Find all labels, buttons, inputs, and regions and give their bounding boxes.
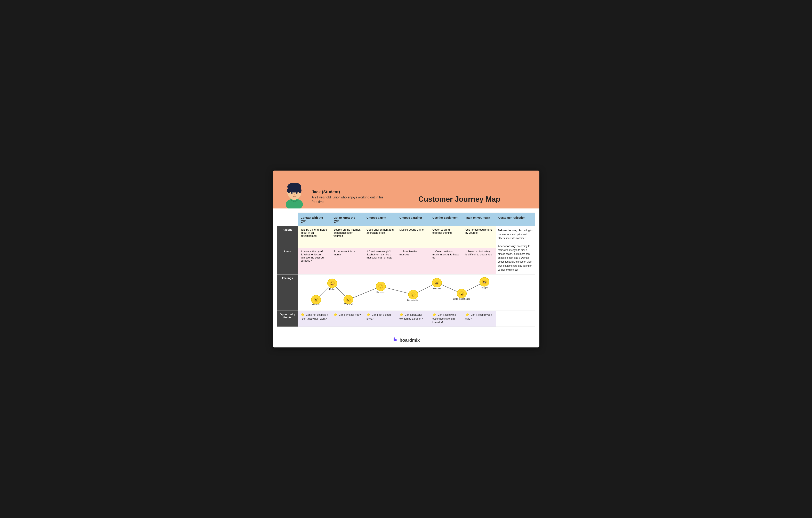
persona-desc: A 21 year old junior who enjoys working … bbox=[312, 195, 383, 204]
ideas-cell-5: 1. Coach with too much intensity to keep… bbox=[430, 248, 463, 274]
opps-cell-1: ⭐ Can I not get paid if I don't get what… bbox=[298, 310, 331, 327]
svg-point-8 bbox=[296, 192, 298, 194]
svg-text:Happy: Happy bbox=[481, 286, 488, 289]
opps-cell-4: ⭐ Can a beautiful woman be a trainer? bbox=[397, 310, 430, 327]
journey-table: Contact with the gym Get to know the gym… bbox=[277, 213, 535, 327]
svg-text:Worried: Worried bbox=[344, 303, 352, 305]
svg-text:😄: 😄 bbox=[434, 280, 439, 285]
opp-star-4: ⭐ bbox=[400, 313, 403, 316]
ideas-cell-3: 1.Can I lose weight?2.Whether I can be a… bbox=[364, 248, 397, 274]
header-stage-4: Choose a trainer bbox=[397, 213, 430, 226]
actions-cell-5: Coach to bring together training bbox=[430, 226, 463, 248]
reflection-cell: Before choosing: According to the enviro… bbox=[496, 226, 535, 274]
persona-info: Jack (Student) A 21 year old junior who … bbox=[312, 190, 383, 209]
canvas: Jack (Student) A 21 year old junior who … bbox=[273, 171, 540, 347]
header-stage-6: Train on your own bbox=[463, 213, 496, 226]
opp-text-6: Can it keep myself safe? bbox=[465, 313, 492, 320]
actions-cell-1: Told by a friend, heard about in an adve… bbox=[298, 226, 331, 248]
opportunities-row: Opportunity Points ⭐ Can I not get paid … bbox=[277, 310, 535, 327]
header-stage-2: Get to know the gym bbox=[331, 213, 364, 226]
svg-text:😀: 😀 bbox=[329, 281, 335, 286]
opp-star-5: ⭐ bbox=[432, 313, 436, 316]
svg-point-7 bbox=[291, 192, 293, 194]
opps-cell-3: ⭐ Can I get a good price? bbox=[364, 310, 397, 327]
map-title: Customer Journey Map bbox=[388, 195, 531, 209]
feelings-reflection-empty bbox=[496, 274, 535, 310]
actions-cell-3: Good environment and affordable price bbox=[364, 226, 397, 248]
svg-point-5 bbox=[287, 188, 290, 193]
svg-text:Dissatisfied: Dissatisfied bbox=[407, 299, 419, 302]
ideas-cell-2: Experience it for a month bbox=[331, 248, 364, 274]
svg-text:😮: 😮 bbox=[459, 291, 464, 296]
opp-text-2: Can I try it for free? bbox=[339, 313, 361, 316]
svg-text:Little dissatisfied: Little dissatisfied bbox=[453, 298, 470, 300]
avatar bbox=[281, 177, 308, 209]
svg-text:🙁: 🙁 bbox=[346, 297, 351, 302]
opps-reflection-empty bbox=[496, 310, 535, 327]
boardmix-logo-icon bbox=[392, 337, 398, 344]
feelings-chart-svg: 😟 Worried 😀 Relief 🙁 Worried bbox=[300, 276, 494, 309]
actions-cell-2: Search on the Internet, experience it fo… bbox=[331, 226, 364, 248]
header-row: Contact with the gym Get to know the gym… bbox=[277, 213, 535, 226]
svg-point-0 bbox=[286, 199, 303, 209]
svg-text:Relief: Relief bbox=[329, 288, 335, 291]
ideas-label: Ideas bbox=[277, 248, 298, 274]
opp-star-3: ⭐ bbox=[367, 313, 370, 316]
svg-text:Satisfied: Satisfied bbox=[432, 287, 441, 290]
opps-label: Opportunity Points bbox=[277, 310, 298, 327]
opp-star-1: ⭐ bbox=[301, 313, 304, 316]
header-stage-3: Choose a gym bbox=[364, 213, 397, 226]
actions-cell-4: Muscle-bound trainer bbox=[397, 226, 430, 248]
svg-point-10 bbox=[297, 192, 297, 193]
svg-text:😆: 😆 bbox=[482, 279, 487, 284]
svg-text:🙂: 🙂 bbox=[378, 284, 383, 289]
footer-brand: boardmix bbox=[400, 338, 420, 343]
svg-text:😕: 😕 bbox=[410, 292, 416, 297]
footer: boardmix bbox=[273, 333, 540, 347]
svg-text:😟: 😟 bbox=[313, 297, 319, 302]
main-content: Contact with the gym Get to know the gym… bbox=[273, 209, 540, 333]
header-stage-5: Use the Equipment bbox=[430, 213, 463, 226]
header-stage-1: Contact with the gym bbox=[298, 213, 331, 226]
svg-point-11 bbox=[294, 194, 295, 195]
actions-label: Actions bbox=[277, 226, 298, 248]
feelings-chart-cell: 😟 Worried 😀 Relief 🙁 Worried bbox=[298, 274, 496, 310]
svg-text:Relaxed: Relaxed bbox=[376, 291, 385, 293]
opps-cell-6: ⭐ Can it keep myself safe? bbox=[463, 310, 496, 327]
opp-star-6: ⭐ bbox=[465, 313, 469, 316]
header-section: Jack (Student) A 21 year old junior who … bbox=[273, 171, 540, 209]
header-stage-7: Customer reflection bbox=[496, 213, 535, 226]
svg-point-9 bbox=[292, 192, 292, 193]
opps-cell-2: ⭐ Can I try it for free? bbox=[331, 310, 364, 327]
actions-cell-6: Use fitness equipment by yourself bbox=[463, 226, 496, 248]
header-empty bbox=[277, 213, 298, 226]
feelings-label: Feelings bbox=[277, 274, 298, 310]
ideas-cell-4: 1. Exercise the muscles bbox=[397, 248, 430, 274]
ideas-cell-1: 1. How is the gym?2. Whether it can achi… bbox=[298, 248, 331, 274]
svg-point-6 bbox=[298, 188, 301, 193]
actions-row: Actions Told by a friend, heard about in… bbox=[277, 226, 535, 248]
svg-text:Worried: Worried bbox=[312, 303, 320, 305]
ideas-cell-6: 1.Freedom but safety is difficult to gua… bbox=[463, 248, 496, 274]
opp-star-2: ⭐ bbox=[334, 313, 338, 316]
feelings-row: Feelings bbox=[277, 274, 535, 310]
opps-cell-5: ⭐ Can it follow the customer's strength … bbox=[430, 310, 463, 327]
persona-name: Jack (Student) bbox=[312, 190, 383, 194]
opp-text-1: Can I not get paid if I don't get what I… bbox=[301, 313, 328, 320]
